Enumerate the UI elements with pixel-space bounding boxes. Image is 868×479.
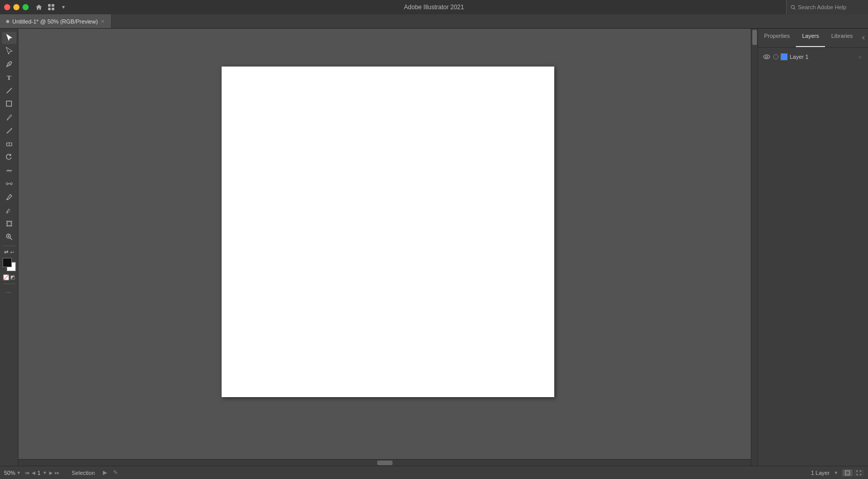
swap-controls: ⇄ ↩ — [4, 248, 14, 256]
panel-collapse-button[interactable] — [859, 29, 868, 47]
canvas-area — [18, 29, 757, 466]
svg-point-40 — [764, 55, 770, 59]
tool-text[interactable]: T — [2, 72, 16, 84]
vertical-scrollbar[interactable] — [751, 29, 757, 466]
layout-icon[interactable] — [47, 3, 55, 11]
zoom-control[interactable]: 50% ▼ — [4, 470, 21, 476]
normal-view-button[interactable] — [842, 469, 853, 476]
spray-icon — [6, 207, 13, 215]
tab-close-button[interactable]: ✕ — [101, 19, 105, 24]
eyedropper-icon — [6, 193, 13, 202]
paintbrush-icon — [6, 114, 13, 122]
play-button[interactable]: ▶ — [103, 469, 107, 476]
tool-warp[interactable] — [2, 165, 16, 177]
home-icon[interactable] — [35, 3, 43, 11]
right-panel: Properties Layers Libraries — [757, 29, 868, 466]
svg-rect-2 — [48, 8, 51, 10]
tab-modified-indicator — [6, 20, 9, 23]
blend-icon — [6, 180, 13, 189]
toolbar-separator-1 — [3, 246, 15, 246]
svg-point-20 — [10, 209, 10, 209]
view-toggle-group — [842, 469, 864, 476]
current-page: 1 — [37, 470, 40, 476]
svg-point-15 — [6, 211, 8, 213]
tool-pen[interactable] — [2, 58, 16, 71]
none-color-icon[interactable] — [3, 274, 9, 281]
tool-zoom[interactable] — [2, 231, 16, 244]
horizontal-scrollbar-thumb[interactable] — [377, 461, 393, 465]
next-page-icon[interactable]: ▶ — [49, 470, 53, 475]
gradient-icon[interactable]: ◩ — [10, 274, 15, 281]
search-icon — [791, 5, 796, 10]
page-navigation: ⏮ ◀ 1 ▼ ▶ ⏭ — [25, 470, 59, 476]
tab-properties[interactable]: Properties — [758, 29, 796, 47]
tool-selection[interactable] — [2, 32, 16, 44]
vertical-scrollbar-thumb[interactable] — [752, 30, 757, 45]
svg-point-6 — [9, 63, 10, 65]
tool-eyedropper[interactable] — [2, 191, 16, 204]
main-layout: T — [0, 29, 868, 466]
artboard — [222, 67, 554, 397]
prev-page-icon[interactable]: ◀ — [32, 470, 35, 475]
zoom-dropdown-icon[interactable]: ▼ — [16, 470, 21, 475]
maximize-button[interactable] — [23, 4, 29, 10]
tool-blend[interactable] — [2, 178, 16, 190]
tool-rotate[interactable] — [2, 151, 16, 164]
svg-line-5 — [794, 8, 795, 9]
pencil-icon — [6, 127, 13, 136]
tool-more[interactable]: ··· — [2, 286, 16, 298]
panel-tabs: Properties Layers Libraries — [758, 29, 868, 48]
zoom-icon — [6, 233, 13, 242]
layer-target-indicator — [773, 54, 778, 59]
app-title: Adobe Illustrator 2021 — [404, 4, 464, 11]
svg-point-12 — [10, 183, 12, 185]
svg-rect-21 — [7, 222, 11, 226]
svg-line-35 — [10, 237, 12, 239]
presentation-view-button[interactable] — [854, 469, 864, 476]
edit-artboards-icon[interactable]: ✎ — [113, 469, 118, 476]
tool-line[interactable] — [2, 85, 16, 97]
tool-spray[interactable] — [2, 205, 16, 217]
svg-rect-8 — [7, 101, 12, 106]
swap-icon[interactable]: ⇄ — [4, 249, 8, 255]
svg-line-14 — [6, 199, 7, 200]
svg-rect-3 — [52, 8, 54, 10]
tab-layers[interactable]: Layers — [796, 29, 825, 47]
tool-paintbrush[interactable] — [2, 112, 16, 124]
svg-point-18 — [10, 210, 11, 211]
layer-row[interactable]: Layer 1 ○ — [758, 50, 868, 64]
layer-options-icon[interactable]: ○ — [856, 53, 864, 61]
prev-first-page-icon[interactable]: ⏮ — [25, 470, 30, 475]
page-dropdown-icon[interactable]: ▼ — [42, 470, 47, 475]
close-button[interactable] — [4, 4, 10, 10]
dropdown-icon[interactable]: ▼ — [59, 3, 68, 11]
tool-rectangle[interactable] — [2, 98, 16, 111]
eraser-icon — [6, 140, 13, 149]
rectangle-icon — [6, 100, 12, 108]
fullscreen-icon — [856, 470, 861, 475]
traffic-lights — [4, 4, 29, 10]
svg-rect-1 — [52, 4, 54, 7]
search-help-input[interactable] — [798, 4, 864, 10]
minimize-button[interactable] — [13, 4, 19, 10]
svg-point-11 — [6, 183, 8, 185]
layer-visibility-toggle[interactable] — [762, 52, 771, 61]
default-colors-icon[interactable]: ↩ — [10, 250, 14, 255]
search-help-area — [786, 0, 868, 14]
next-last-page-icon[interactable]: ⏭ — [55, 470, 59, 475]
tab-untitled-1[interactable]: Untitled-1* @ 50% (RGB/Preview) ✕ — [0, 14, 112, 28]
horizontal-scrollbar[interactable] — [18, 459, 751, 466]
tab-libraries[interactable]: Libraries — [825, 29, 859, 47]
warp-icon — [6, 167, 13, 176]
fill-color[interactable] — [3, 258, 12, 267]
color-mode-controls: ◩ — [3, 274, 15, 281]
tool-artboard[interactable] — [2, 218, 16, 230]
layers-dropdown-icon[interactable]: ▼ — [834, 470, 838, 475]
layer-color-swatch — [780, 53, 788, 60]
tool-eraser[interactable] — [2, 138, 16, 150]
tool-pencil[interactable] — [2, 125, 16, 137]
rotate-icon — [6, 154, 13, 162]
svg-point-4 — [791, 5, 794, 8]
tool-direct-selection[interactable] — [2, 45, 16, 57]
direct-selection-icon — [6, 47, 13, 56]
